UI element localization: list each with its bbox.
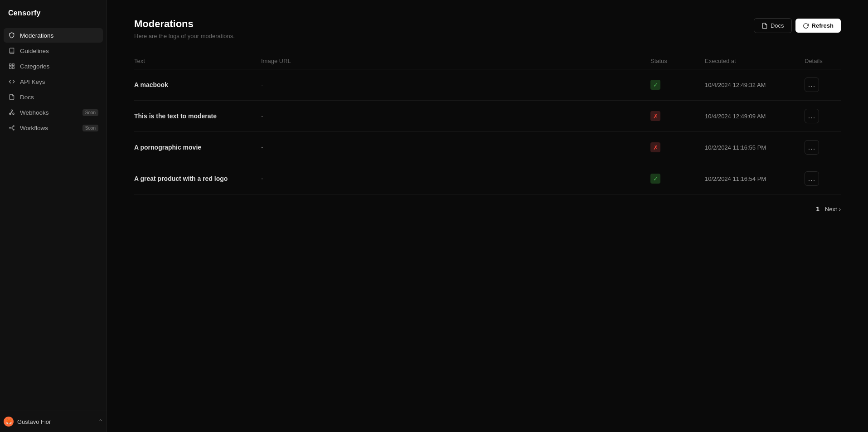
page-title-block: Moderations Here are the logs of your mo… [134,18,235,39]
row-4-status: ✓ [650,174,705,184]
row-2-status: ✗ [650,111,705,121]
chevron-right-icon: › [839,206,841,213]
pagination: 1 Next › [134,205,841,213]
refresh-icon [803,23,809,29]
status-fail-icon: ✗ [650,142,660,152]
header-actions: Docs Refresh [754,18,841,33]
row-1-status: ✓ [650,80,705,90]
workflows-soon-badge: Soon [82,125,98,131]
sidebar-item-moderations-label: Moderations [20,32,98,39]
shield-icon [8,32,15,39]
col-header-text: Text [134,58,261,64]
row-3-url: - [261,144,650,151]
row-2-url: - [261,112,650,120]
chevron-up-icon: ⌃ [98,418,103,425]
docs-button[interactable]: Docs [754,18,792,33]
row-3-status: ✗ [650,142,705,152]
table-row: A pornographic movie - ✗ 10/2/2024 11:16… [134,132,841,163]
row-4-details-button[interactable]: ... [805,171,819,186]
next-label: Next [825,206,837,213]
sidebar-item-webhooks-label: Webhooks [20,109,78,116]
page-title: Moderations [134,18,235,30]
workflow-icon [8,124,15,131]
book-icon [8,47,15,54]
sidebar-nav: Moderations Guidelines Categories API Ke… [0,26,107,411]
page-subtitle: Here are the logs of your moderations. [134,33,235,39]
table-row: A macbook - ✓ 10/4/2024 12:49:32 AM ... [134,69,841,101]
svg-rect-2 [10,67,11,68]
row-1-details-button[interactable]: ... [805,78,819,92]
row-3-details-button[interactable]: ... [805,140,819,155]
row-1-date: 10/4/2024 12:49:32 AM [705,82,805,88]
col-header-status: Status [650,58,705,64]
sidebar-item-guidelines[interactable]: Guidelines [4,44,103,58]
row-2-text: This is the text to moderate [134,112,261,120]
status-fail-icon: ✗ [650,111,660,121]
sidebar-item-api-keys[interactable]: API Keys [4,74,103,89]
sidebar-item-docs-label: Docs [20,94,98,101]
svg-rect-0 [10,64,11,66]
status-pass-icon: ✓ [650,174,660,184]
user-info: 🦊 Gustavo Fior [4,417,51,427]
sidebar-item-categories[interactable]: Categories [4,59,103,73]
svg-point-8 [13,126,14,126]
avatar: 🦊 [4,417,14,427]
row-1-text: A macbook [134,81,261,88]
sidebar-item-guidelines-label: Guidelines [20,48,98,54]
row-3-text: A pornographic movie [134,144,261,151]
table-header: Text Image URL Status Executed at Detail… [134,53,841,69]
code-icon [8,78,15,85]
grid-icon [8,63,15,70]
sidebar-item-webhooks[interactable]: Webhooks Soon [4,105,103,120]
moderations-table: Text Image URL Status Executed at Detail… [134,53,841,194]
svg-point-9 [13,129,14,130]
row-4-date: 10/2/2024 11:16:54 PM [705,175,805,182]
docs-button-label: Docs [771,22,784,29]
page-header: Moderations Here are the logs of your mo… [134,18,841,39]
sidebar-item-moderations[interactable]: Moderations [4,28,103,43]
table-row: A great product with a red logo - ✓ 10/2… [134,163,841,194]
sidebar-item-workflows[interactable]: Workflows Soon [4,121,103,135]
sidebar: Censorfy Moderations Guidelines Categori… [0,0,107,432]
sidebar-item-categories-label: Categories [20,63,98,70]
webhook-icon [8,109,15,116]
webhooks-soon-badge: Soon [82,109,98,116]
user-profile[interactable]: 🦊 Gustavo Fior ⌃ [0,411,107,432]
svg-rect-3 [12,67,14,68]
col-header-executed-at: Executed at [705,58,805,64]
svg-point-5 [13,113,15,115]
row-3-details: ... [805,140,841,155]
username: Gustavo Fior [17,418,51,425]
sidebar-item-workflows-label: Workflows [20,125,78,131]
svg-rect-1 [12,64,14,66]
col-header-details: Details [805,58,841,64]
row-4-url: - [261,175,650,182]
refresh-button-label: Refresh [812,22,834,29]
col-header-image-url: Image URL [261,58,650,64]
row-2-details: ... [805,109,841,123]
row-1-details: ... [805,78,841,92]
refresh-button[interactable]: Refresh [795,19,841,33]
app-logo: Censorfy [0,0,107,26]
row-4-details: ... [805,171,841,186]
page-number-current[interactable]: 1 [816,205,820,213]
sidebar-item-api-keys-label: API Keys [20,78,98,85]
main-content: Moderations Here are the logs of your mo… [107,0,868,432]
row-1-url: - [261,81,650,88]
file-icon [8,93,15,101]
row-4-text: A great product with a red logo [134,175,261,182]
sidebar-item-docs[interactable]: Docs [4,90,103,104]
table-row: This is the text to moderate - ✗ 10/4/20… [134,101,841,132]
row-2-details-button[interactable]: ... [805,109,819,123]
next-page-button[interactable]: Next › [825,206,841,213]
row-2-date: 10/4/2024 12:49:09 AM [705,113,805,120]
docs-icon [761,23,768,29]
row-3-date: 10/2/2024 11:16:55 PM [705,144,805,151]
status-pass-icon: ✓ [650,80,660,90]
